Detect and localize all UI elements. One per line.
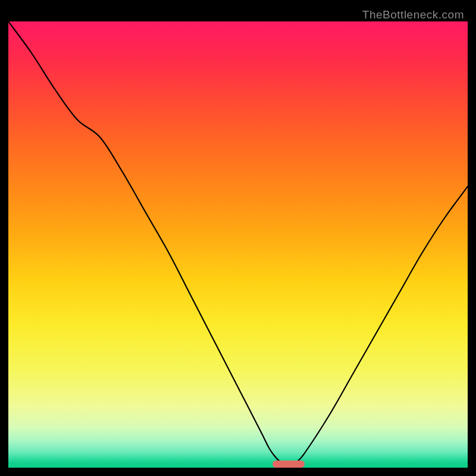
bottleneck-curve [8, 21, 468, 468]
watermark-text: TheBottleneck.com [362, 8, 464, 21]
plot-area [8, 21, 468, 468]
chart-frame: TheBottleneck.com [0, 0, 476, 476]
plot-container: TheBottleneck.com [8, 8, 468, 468]
optimum-marker [273, 461, 305, 468]
